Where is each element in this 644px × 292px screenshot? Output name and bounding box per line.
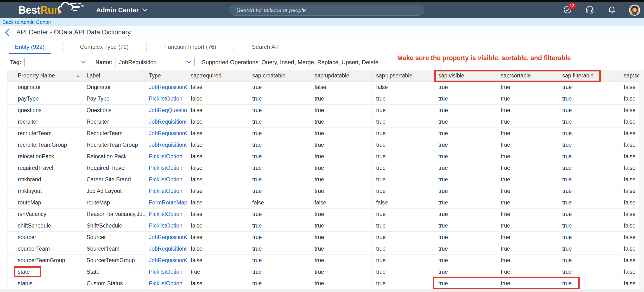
type-link[interactable]: JobRequisitionOpe bbox=[149, 246, 187, 252]
name-select[interactable]: JobRequisition bbox=[115, 58, 194, 67]
type-cell: PicklistOption bbox=[146, 266, 187, 278]
sap-upsertable-cell: true bbox=[373, 186, 435, 197]
table-row[interactable]: recruiterRecruiterJobRequisitionOpefalse… bbox=[8, 116, 639, 128]
support-button[interactable] bbox=[585, 5, 594, 15]
type-link[interactable]: FormRouteMap bbox=[149, 200, 187, 206]
type-link[interactable]: PicklistOption bbox=[149, 153, 182, 160]
back-button[interactable] bbox=[3, 28, 10, 36]
property-name-cell: sourcerTeamGroup bbox=[14, 255, 83, 266]
row-selector-cell bbox=[8, 139, 14, 150]
property-name-cell: recruiterTeamGroup bbox=[14, 139, 83, 150]
column-header-property-name[interactable]: Property Name▲ bbox=[14, 70, 83, 81]
tab-function-import-76[interactable]: Function Import (76) bbox=[163, 39, 218, 55]
table-row[interactable]: payTypePay TypePicklistOptionfalsetruetr… bbox=[8, 93, 639, 105]
search-input[interactable] bbox=[230, 4, 424, 16]
row-selector-cell bbox=[8, 82, 14, 93]
table-row[interactable]: stateStatePicklistOptiontruetruetruetrue… bbox=[8, 266, 639, 278]
column-header-sap-visible[interactable]: sap:visible bbox=[435, 70, 497, 81]
admin-center-menu[interactable]: Admin Center bbox=[96, 2, 148, 18]
table-row[interactable]: questionsQuestionsJobReqQuestionfalsetru… bbox=[8, 105, 639, 116]
sap-filterable-cell: true bbox=[559, 116, 620, 128]
tab-complex-type-72[interactable]: Complex Type (72) bbox=[79, 39, 130, 55]
column-header-sap-creatable[interactable]: sap:creatable bbox=[249, 70, 311, 81]
column-header-label[interactable]: Label bbox=[83, 70, 146, 81]
sap-filterable-cell: true bbox=[559, 186, 620, 197]
data-dictionary-table: Property Name▲LabelTypesap:requiredsap:c… bbox=[7, 70, 639, 289]
vertical-scrollbar[interactable] bbox=[639, 70, 644, 289]
sap-visible-cell: true bbox=[435, 162, 497, 174]
property-name-cell: requiredTravel bbox=[14, 162, 83, 174]
column-header-sap-filterable[interactable]: sap:filterable bbox=[559, 70, 620, 81]
table-row[interactable]: rmkbrandCareer Site BrandPicklistOptionf… bbox=[8, 174, 639, 186]
sap-filterable-cell: true bbox=[559, 174, 620, 185]
type-link[interactable]: PicklistOption bbox=[149, 176, 182, 183]
tag-select[interactable] bbox=[24, 58, 89, 67]
column-header-sap-sortable[interactable]: sap:sortable bbox=[497, 70, 559, 81]
column-header-sap-required[interactable]: sap:required bbox=[187, 70, 249, 81]
todo-count-badge: 12 bbox=[568, 3, 576, 9]
table-row[interactable]: sourcerTeamSourcerTeamJobRequisitionOpef… bbox=[8, 243, 639, 255]
sap-creatable-cell: true bbox=[249, 278, 311, 289]
type-link[interactable]: JobRequisitionOpe bbox=[149, 130, 187, 136]
type-link[interactable]: JobRequisitionGrou bbox=[149, 142, 187, 148]
sap-visible-cell: true bbox=[435, 93, 497, 104]
column-header-sap-ser[interactable]: sap:ser bbox=[620, 70, 640, 81]
table-row[interactable]: requiredTravelRequired TravelPicklistOpt… bbox=[8, 162, 639, 174]
column-header-sap-upsertable[interactable]: sap:upsertable bbox=[373, 70, 435, 81]
sap-visible-cell: true bbox=[435, 220, 497, 232]
sap-required-cell: false bbox=[187, 186, 249, 197]
table-row[interactable]: routeMaprouteMapFormRouteMapfalsefalsefa… bbox=[8, 197, 639, 208]
type-link[interactable]: PicklistOption bbox=[149, 96, 182, 102]
sap-sortable-cell: true bbox=[497, 197, 559, 208]
logo-text-run: Run bbox=[40, 2, 60, 18]
table-row[interactable]: shiftScheduleShift/SchedulePicklistOptio… bbox=[8, 220, 639, 232]
todo-button[interactable]: 12 bbox=[563, 5, 572, 15]
app-root: Best Run Admin Center bbox=[0, 0, 644, 292]
type-link[interactable]: PicklistOption bbox=[149, 280, 182, 287]
sap-required-cell: false bbox=[187, 93, 249, 104]
sap-ser-cell: false bbox=[620, 174, 640, 185]
table-row[interactable]: statusCustom StatusPicklistOptionfalsetr… bbox=[8, 278, 639, 289]
sap-upsertable-cell: true bbox=[373, 255, 435, 266]
property-name-cell: payType bbox=[14, 93, 83, 104]
row-selector-cell bbox=[8, 105, 14, 116]
type-link[interactable]: PicklistOption bbox=[149, 165, 182, 171]
type-link[interactable]: JobRequisitionGrou bbox=[149, 257, 187, 264]
type-link[interactable]: JobRequisitionOpe bbox=[149, 84, 187, 90]
row-selector-cell bbox=[8, 278, 14, 289]
table-row[interactable]: recruiterTeamGroupRecruiterTeamGroupJobR… bbox=[8, 139, 639, 151]
table-row[interactable]: sourcerSourcerJobRequisitionOpefalsetrue… bbox=[8, 232, 639, 243]
table-row[interactable]: recruiterTeamRecruiterTeamJobRequisition… bbox=[8, 128, 639, 139]
tab-search-all[interactable]: Search All bbox=[250, 39, 279, 55]
type-link[interactable]: JobRequisitionOpe bbox=[149, 118, 187, 125]
bestrun-logo[interactable]: Best Run bbox=[18, 2, 84, 18]
tab-entity-922[interactable]: Entity (922) bbox=[14, 39, 46, 55]
sap-creatable-cell: true bbox=[249, 128, 311, 139]
column-header-sap-updatable[interactable]: sap:updatable bbox=[311, 70, 373, 81]
type-link[interactable]: PicklistOption bbox=[149, 211, 182, 218]
type-cell: JobRequisitionGrou bbox=[146, 139, 187, 150]
sap-updatable-cell: true bbox=[311, 162, 373, 174]
type-cell: JobRequisitionOpe bbox=[146, 243, 187, 254]
type-cell: PicklistOption bbox=[146, 93, 187, 104]
sap-ser-cell: false bbox=[620, 151, 640, 162]
sap-filterable-cell: true bbox=[559, 82, 620, 93]
sap-required-cell: false bbox=[187, 255, 249, 266]
type-link[interactable]: PicklistOption bbox=[149, 222, 182, 229]
type-link[interactable]: JobRequisitionOpe bbox=[149, 234, 187, 240]
type-link[interactable]: PicklistOption bbox=[149, 269, 182, 275]
property-name-cell: routeMap bbox=[14, 197, 83, 208]
avatar[interactable] bbox=[629, 4, 640, 16]
back-to-admin-center-link[interactable]: Back to Admin Center bbox=[2, 19, 51, 25]
table-row[interactable]: rmklayoutJob Ad LayoutPicklistOptionfals… bbox=[8, 186, 639, 197]
notifications-button[interactable] bbox=[607, 5, 616, 15]
table-row[interactable]: rsnVacancyReason for vacancy,Jo...Pickli… bbox=[8, 208, 639, 220]
sap-required-cell: false bbox=[187, 208, 249, 220]
table-row[interactable]: relocationPackRelocation PackPicklistOpt… bbox=[8, 151, 639, 162]
table-row[interactable]: sourcerTeamGroupSourcerTeamGroupJobRequi… bbox=[8, 255, 639, 266]
row-selector-cell bbox=[8, 220, 14, 232]
type-link[interactable]: PicklistOption bbox=[149, 188, 182, 194]
table-row[interactable]: originatorOriginatorJobRequisitionOpefal… bbox=[8, 82, 639, 93]
type-link[interactable]: JobReqQuestion bbox=[149, 107, 187, 114]
column-header-type[interactable]: Type bbox=[146, 70, 187, 81]
